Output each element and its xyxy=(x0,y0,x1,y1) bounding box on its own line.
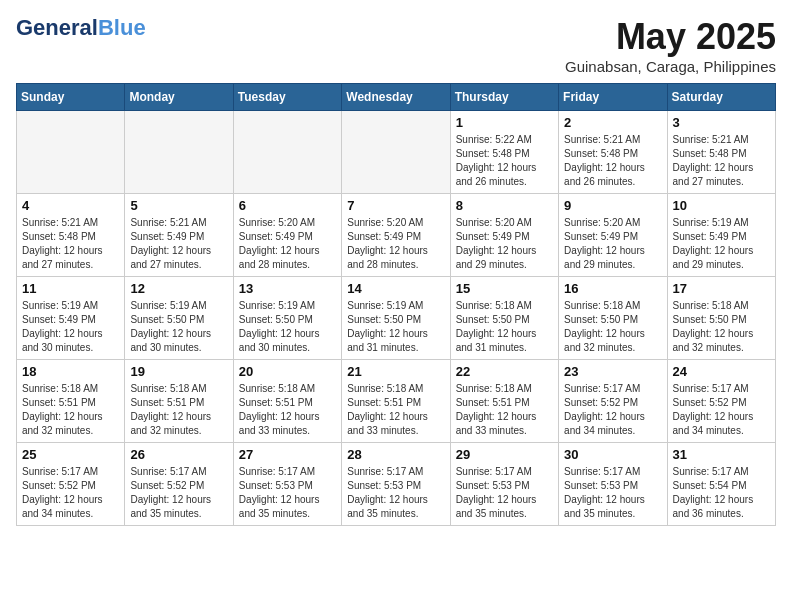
day-number: 21 xyxy=(347,364,444,379)
calendar-day-cell: 5Sunrise: 5:21 AMSunset: 5:49 PMDaylight… xyxy=(125,194,233,277)
day-info: Sunrise: 5:18 AMSunset: 5:51 PMDaylight:… xyxy=(239,382,336,438)
calendar-day-cell: 21Sunrise: 5:18 AMSunset: 5:51 PMDayligh… xyxy=(342,360,450,443)
day-info: Sunrise: 5:17 AMSunset: 5:53 PMDaylight:… xyxy=(347,465,444,521)
day-number: 7 xyxy=(347,198,444,213)
calendar-day-cell: 26Sunrise: 5:17 AMSunset: 5:52 PMDayligh… xyxy=(125,443,233,526)
day-info: Sunrise: 5:17 AMSunset: 5:53 PMDaylight:… xyxy=(456,465,553,521)
calendar-week-row: 18Sunrise: 5:18 AMSunset: 5:51 PMDayligh… xyxy=(17,360,776,443)
day-info: Sunrise: 5:20 AMSunset: 5:49 PMDaylight:… xyxy=(347,216,444,272)
calendar-week-row: 25Sunrise: 5:17 AMSunset: 5:52 PMDayligh… xyxy=(17,443,776,526)
day-info: Sunrise: 5:17 AMSunset: 5:53 PMDaylight:… xyxy=(564,465,661,521)
calendar-day-cell: 25Sunrise: 5:17 AMSunset: 5:52 PMDayligh… xyxy=(17,443,125,526)
day-info: Sunrise: 5:18 AMSunset: 5:50 PMDaylight:… xyxy=(456,299,553,355)
day-info: Sunrise: 5:19 AMSunset: 5:50 PMDaylight:… xyxy=(130,299,227,355)
day-number: 4 xyxy=(22,198,119,213)
day-number: 25 xyxy=(22,447,119,462)
calendar-day-cell: 30Sunrise: 5:17 AMSunset: 5:53 PMDayligh… xyxy=(559,443,667,526)
day-number: 1 xyxy=(456,115,553,130)
day-number: 10 xyxy=(673,198,770,213)
day-number: 9 xyxy=(564,198,661,213)
day-info: Sunrise: 5:18 AMSunset: 5:51 PMDaylight:… xyxy=(22,382,119,438)
calendar-day-cell: 13Sunrise: 5:19 AMSunset: 5:50 PMDayligh… xyxy=(233,277,341,360)
day-info: Sunrise: 5:20 AMSunset: 5:49 PMDaylight:… xyxy=(456,216,553,272)
calendar-day-cell xyxy=(342,111,450,194)
day-info: Sunrise: 5:20 AMSunset: 5:49 PMDaylight:… xyxy=(564,216,661,272)
day-info: Sunrise: 5:17 AMSunset: 5:52 PMDaylight:… xyxy=(22,465,119,521)
weekday-header: Saturday xyxy=(667,84,775,111)
day-info: Sunrise: 5:18 AMSunset: 5:51 PMDaylight:… xyxy=(130,382,227,438)
day-info: Sunrise: 5:21 AMSunset: 5:48 PMDaylight:… xyxy=(22,216,119,272)
day-number: 20 xyxy=(239,364,336,379)
day-info: Sunrise: 5:21 AMSunset: 5:48 PMDaylight:… xyxy=(673,133,770,189)
weekday-header: Sunday xyxy=(17,84,125,111)
day-number: 18 xyxy=(22,364,119,379)
day-number: 2 xyxy=(564,115,661,130)
day-number: 15 xyxy=(456,281,553,296)
weekday-header: Wednesday xyxy=(342,84,450,111)
day-number: 27 xyxy=(239,447,336,462)
day-info: Sunrise: 5:19 AMSunset: 5:49 PMDaylight:… xyxy=(22,299,119,355)
calendar-day-cell: 8Sunrise: 5:20 AMSunset: 5:49 PMDaylight… xyxy=(450,194,558,277)
calendar-day-cell: 19Sunrise: 5:18 AMSunset: 5:51 PMDayligh… xyxy=(125,360,233,443)
day-info: Sunrise: 5:18 AMSunset: 5:50 PMDaylight:… xyxy=(673,299,770,355)
calendar-day-cell xyxy=(17,111,125,194)
calendar-day-cell: 31Sunrise: 5:17 AMSunset: 5:54 PMDayligh… xyxy=(667,443,775,526)
day-number: 29 xyxy=(456,447,553,462)
weekday-header: Tuesday xyxy=(233,84,341,111)
calendar-day-cell: 10Sunrise: 5:19 AMSunset: 5:49 PMDayligh… xyxy=(667,194,775,277)
title-area: May 2025 Guinabsan, Caraga, Philippines xyxy=(565,16,776,75)
weekday-header-row: SundayMondayTuesdayWednesdayThursdayFrid… xyxy=(17,84,776,111)
day-info: Sunrise: 5:19 AMSunset: 5:50 PMDaylight:… xyxy=(239,299,336,355)
calendar-week-row: 11Sunrise: 5:19 AMSunset: 5:49 PMDayligh… xyxy=(17,277,776,360)
calendar-day-cell: 14Sunrise: 5:19 AMSunset: 5:50 PMDayligh… xyxy=(342,277,450,360)
weekday-header: Thursday xyxy=(450,84,558,111)
day-info: Sunrise: 5:18 AMSunset: 5:51 PMDaylight:… xyxy=(347,382,444,438)
calendar-week-row: 1Sunrise: 5:22 AMSunset: 5:48 PMDaylight… xyxy=(17,111,776,194)
calendar-day-cell: 27Sunrise: 5:17 AMSunset: 5:53 PMDayligh… xyxy=(233,443,341,526)
calendar-day-cell: 20Sunrise: 5:18 AMSunset: 5:51 PMDayligh… xyxy=(233,360,341,443)
month-title: May 2025 xyxy=(565,16,776,58)
calendar-table: SundayMondayTuesdayWednesdayThursdayFrid… xyxy=(16,83,776,526)
day-number: 13 xyxy=(239,281,336,296)
day-info: Sunrise: 5:17 AMSunset: 5:54 PMDaylight:… xyxy=(673,465,770,521)
day-info: Sunrise: 5:19 AMSunset: 5:50 PMDaylight:… xyxy=(347,299,444,355)
day-info: Sunrise: 5:19 AMSunset: 5:49 PMDaylight:… xyxy=(673,216,770,272)
weekday-header: Monday xyxy=(125,84,233,111)
location-subtitle: Guinabsan, Caraga, Philippines xyxy=(565,58,776,75)
day-number: 16 xyxy=(564,281,661,296)
day-number: 23 xyxy=(564,364,661,379)
day-number: 6 xyxy=(239,198,336,213)
calendar-day-cell: 2Sunrise: 5:21 AMSunset: 5:48 PMDaylight… xyxy=(559,111,667,194)
day-number: 3 xyxy=(673,115,770,130)
day-number: 24 xyxy=(673,364,770,379)
day-number: 11 xyxy=(22,281,119,296)
day-number: 8 xyxy=(456,198,553,213)
day-info: Sunrise: 5:18 AMSunset: 5:51 PMDaylight:… xyxy=(456,382,553,438)
calendar-day-cell: 15Sunrise: 5:18 AMSunset: 5:50 PMDayligh… xyxy=(450,277,558,360)
day-info: Sunrise: 5:18 AMSunset: 5:50 PMDaylight:… xyxy=(564,299,661,355)
day-number: 12 xyxy=(130,281,227,296)
weekday-header: Friday xyxy=(559,84,667,111)
day-info: Sunrise: 5:21 AMSunset: 5:48 PMDaylight:… xyxy=(564,133,661,189)
day-number: 31 xyxy=(673,447,770,462)
day-info: Sunrise: 5:17 AMSunset: 5:52 PMDaylight:… xyxy=(673,382,770,438)
calendar-day-cell: 3Sunrise: 5:21 AMSunset: 5:48 PMDaylight… xyxy=(667,111,775,194)
calendar-day-cell: 1Sunrise: 5:22 AMSunset: 5:48 PMDaylight… xyxy=(450,111,558,194)
calendar-day-cell xyxy=(233,111,341,194)
calendar-day-cell xyxy=(125,111,233,194)
day-number: 22 xyxy=(456,364,553,379)
day-number: 14 xyxy=(347,281,444,296)
calendar-day-cell: 7Sunrise: 5:20 AMSunset: 5:49 PMDaylight… xyxy=(342,194,450,277)
day-number: 28 xyxy=(347,447,444,462)
calendar-day-cell: 29Sunrise: 5:17 AMSunset: 5:53 PMDayligh… xyxy=(450,443,558,526)
calendar-day-cell: 28Sunrise: 5:17 AMSunset: 5:53 PMDayligh… xyxy=(342,443,450,526)
logo-text: GeneralBlue xyxy=(16,16,146,40)
day-info: Sunrise: 5:20 AMSunset: 5:49 PMDaylight:… xyxy=(239,216,336,272)
calendar-day-cell: 6Sunrise: 5:20 AMSunset: 5:49 PMDaylight… xyxy=(233,194,341,277)
day-number: 17 xyxy=(673,281,770,296)
calendar-day-cell: 23Sunrise: 5:17 AMSunset: 5:52 PMDayligh… xyxy=(559,360,667,443)
logo: GeneralBlue xyxy=(16,16,146,40)
calendar-day-cell: 17Sunrise: 5:18 AMSunset: 5:50 PMDayligh… xyxy=(667,277,775,360)
calendar-week-row: 4Sunrise: 5:21 AMSunset: 5:48 PMDaylight… xyxy=(17,194,776,277)
day-info: Sunrise: 5:21 AMSunset: 5:49 PMDaylight:… xyxy=(130,216,227,272)
